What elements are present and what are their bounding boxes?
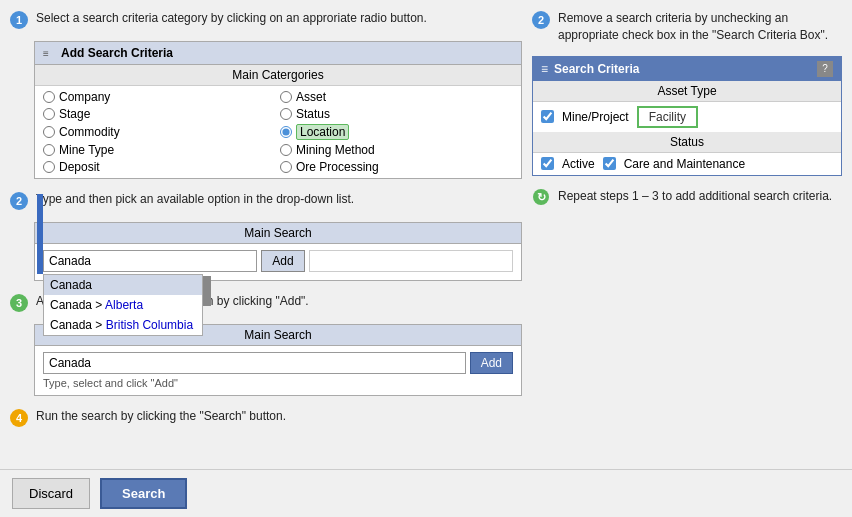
radio-location-label: Location (296, 124, 349, 140)
add-search-panel: ≡ Add Search Criteria Main Catergories C… (34, 41, 522, 179)
menu-lines-icon: ≡ (43, 48, 55, 59)
main-search-1-content: Add Canada Canada > Alberta Canada > Bri… (35, 244, 521, 280)
criteria-menu-icon: ≡ (541, 62, 548, 76)
radio-deposit[interactable]: Deposit (43, 160, 276, 174)
criteria-help-button[interactable]: ? (817, 61, 833, 77)
step-right-row: 2 Remove a search criteria by unchecking… (532, 10, 842, 44)
criteria-panel-title: Search Criteria (554, 62, 639, 76)
radio-stage-label: Stage (59, 107, 90, 121)
radio-status[interactable]: Status (280, 107, 513, 121)
add-button-2[interactable]: Add (470, 352, 513, 374)
repeat-arrows-icon: ↻ (532, 188, 550, 206)
radio-status-label: Status (296, 107, 330, 121)
active-checkbox[interactable] (541, 157, 554, 170)
search-button[interactable]: Search (100, 478, 187, 509)
radio-commodity[interactable]: Commodity (43, 124, 276, 140)
repeat-step-row: ↻ Repeat steps 1 – 3 to add additional s… (532, 188, 842, 206)
radio-mine-type[interactable]: Mine Type (43, 143, 276, 157)
add-search-panel-title: Add Search Criteria (61, 46, 173, 60)
step1-circle: 1 (10, 11, 28, 29)
active-label: Active (562, 157, 595, 171)
dropdown-item-bc[interactable]: Canada > British Columbia (44, 315, 202, 335)
step2-circle: 2 (10, 192, 28, 210)
radio-ore-processing-input[interactable] (280, 161, 292, 173)
dropdown-item-alberta[interactable]: Canada > Alberta (44, 295, 202, 315)
search-input-1[interactable] (43, 250, 257, 272)
step4-circle: 4 (10, 409, 28, 427)
asset-type-section: Asset Type (533, 81, 841, 102)
step-right-circle: 2 (532, 11, 550, 29)
dropdown-item-canada[interactable]: Canada (44, 275, 202, 295)
radio-status-input[interactable] (280, 108, 292, 120)
main-search-1-header: Main Search (35, 223, 521, 244)
radio-mining-method-label: Mining Method (296, 143, 375, 157)
main-search-2-content: Add Type, select and click "Add" (35, 346, 521, 395)
radio-company[interactable]: Company (43, 90, 276, 104)
bottom-bar: Discard Search (0, 469, 852, 517)
step1-text: Select a search criteria category by cli… (36, 10, 427, 27)
search-input-2[interactable] (43, 352, 466, 374)
mine-project-label: Mine/Project (562, 110, 629, 124)
radio-deposit-input[interactable] (43, 161, 55, 173)
svg-text:↻: ↻ (537, 191, 546, 203)
radio-asset-label: Asset (296, 90, 326, 104)
radio-grid: Company Asset Stage Status Commodity (35, 86, 521, 178)
repeat-step-text: Repeat steps 1 – 3 to add additional sea… (558, 188, 832, 205)
radio-commodity-label: Commodity (59, 125, 120, 139)
step2-text: Type and then pick an available option i… (36, 191, 354, 208)
criteria-header-left: ≡ Search Criteria (541, 62, 639, 76)
radio-company-label: Company (59, 90, 110, 104)
main-search-1-panel: Main Search Add Canada Canada > Alberta … (34, 222, 522, 281)
care-maintenance-checkbox[interactable] (603, 157, 616, 170)
add-button-1[interactable]: Add (261, 250, 304, 272)
radio-ore-processing[interactable]: Ore Processing (280, 160, 513, 174)
step2-row: 2 Type and then pick an available option… (10, 191, 522, 210)
add-search-panel-header: ≡ Add Search Criteria (35, 42, 521, 65)
mine-project-checkbox[interactable] (541, 110, 554, 123)
step-right-text: Remove a search criteria by unchecking a… (558, 10, 842, 44)
radio-stage[interactable]: Stage (43, 107, 276, 121)
radio-mine-type-input[interactable] (43, 144, 55, 156)
care-maintenance-label: Care and Maintenance (624, 157, 745, 171)
dropdown-scroll-handle[interactable] (203, 276, 211, 306)
radio-ore-processing-label: Ore Processing (296, 160, 379, 174)
selection-indicator (37, 194, 43, 274)
radio-location-input[interactable] (280, 126, 292, 138)
step1-row: 1 Select a search criteria category by c… (10, 10, 522, 29)
step4-row: 4 Run the search by clicking the "Search… (10, 408, 522, 427)
radio-mining-method[interactable]: Mining Method (280, 143, 513, 157)
repeat-icon: ↻ (532, 188, 550, 206)
status-row: Active Care and Maintenance (533, 153, 841, 175)
radio-location[interactable]: Location (280, 124, 513, 140)
criteria-header: ≡ Search Criteria ? (533, 57, 841, 81)
facility-button[interactable]: Facility (637, 106, 698, 128)
radio-deposit-label: Deposit (59, 160, 100, 174)
step3-circle: 3 (10, 294, 28, 312)
search-criteria-panel: ≡ Search Criteria ? Asset Type Mine/Proj… (532, 56, 842, 176)
search-input-row-1: Add (43, 250, 513, 272)
dropdown-list: Canada Canada > Alberta Canada > British… (43, 274, 203, 336)
radio-mine-type-label: Mine Type (59, 143, 114, 157)
radio-company-input[interactable] (43, 91, 55, 103)
main-categories-title: Main Catergories (35, 65, 521, 86)
status-section: Status (533, 132, 841, 153)
radio-commodity-input[interactable] (43, 126, 55, 138)
radio-stage-input[interactable] (43, 108, 55, 120)
step4-text: Run the search by clicking the "Search" … (36, 408, 286, 425)
discard-button[interactable]: Discard (12, 478, 90, 509)
radio-mining-method-input[interactable] (280, 144, 292, 156)
radio-asset[interactable]: Asset (280, 90, 513, 104)
search-input-row-2: Add (43, 352, 513, 374)
radio-asset-input[interactable] (280, 91, 292, 103)
asset-type-row: Mine/Project Facility (533, 102, 841, 132)
search-hint-text: Type, select and click "Add" (43, 377, 513, 389)
